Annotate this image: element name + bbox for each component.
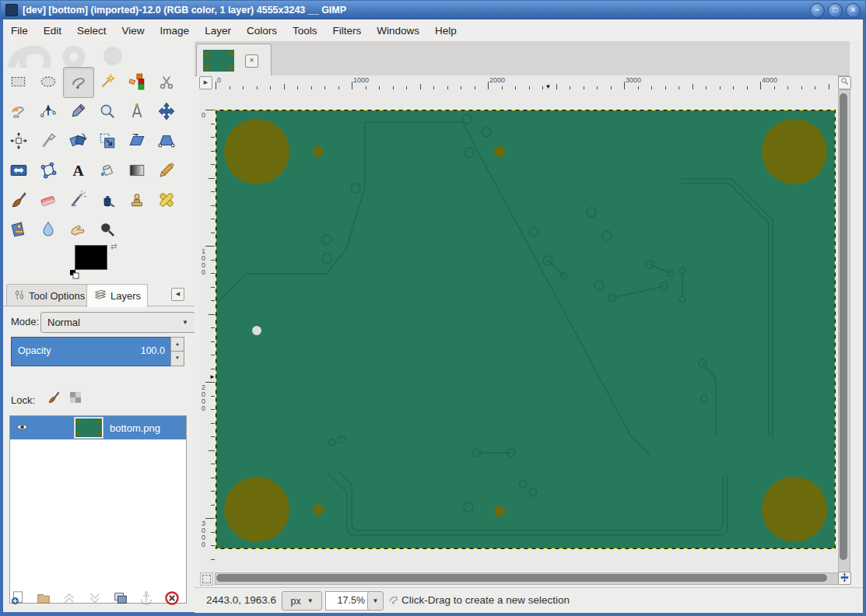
tool-alignment[interactable] bbox=[4, 126, 33, 156]
tool-zoom[interactable] bbox=[93, 96, 122, 126]
lock-alpha-icon[interactable] bbox=[70, 392, 81, 406]
close-button[interactable]: × bbox=[846, 3, 861, 18]
opacity-label: Opacity bbox=[18, 345, 51, 356]
tab-tool-options[interactable]: Tool Options bbox=[6, 284, 92, 306]
tool-airbrush[interactable] bbox=[63, 185, 93, 215]
tool-clone[interactable] bbox=[122, 185, 152, 215]
tool-rectangle-select[interactable] bbox=[4, 67, 33, 96]
tool-perspective[interactable] bbox=[152, 126, 181, 156]
tool-color-picker[interactable] bbox=[63, 96, 93, 126]
menu-image[interactable]: Image bbox=[153, 22, 198, 40]
spin-up-button[interactable]: ▲ bbox=[171, 338, 184, 351]
eye-icon[interactable] bbox=[10, 422, 33, 435]
ruler-tick bbox=[692, 84, 693, 89]
tool-select-by-color[interactable] bbox=[122, 67, 152, 96]
menu-tools[interactable]: Tools bbox=[285, 22, 325, 40]
ruler-tick bbox=[420, 84, 421, 89]
zoom-fit-toggle-button[interactable] bbox=[838, 76, 851, 89]
panel-collapse-button[interactable]: ◀ bbox=[171, 288, 184, 301]
vertical-scrollbar[interactable] bbox=[838, 89, 850, 573]
ruler-tick bbox=[488, 82, 489, 89]
menu-colors[interactable]: Colors bbox=[239, 22, 285, 40]
vertical-scrollbar-thumb[interactable] bbox=[840, 93, 847, 560]
tool-foreground-select[interactable] bbox=[4, 96, 33, 126]
menu-help[interactable]: Help bbox=[427, 22, 465, 40]
chevron-down-icon: ▼ bbox=[182, 319, 188, 326]
tool-shear[interactable] bbox=[122, 126, 152, 156]
tool-grid: A bbox=[4, 67, 181, 244]
menu-select[interactable]: Select bbox=[69, 22, 114, 40]
spin-down-button[interactable]: ▼ bbox=[171, 351, 184, 365]
duplicate-layer-button[interactable] bbox=[110, 588, 131, 608]
vertical-ruler[interactable]: 0100020003000► bbox=[199, 89, 216, 572]
zoom-level-input[interactable]: 17.5% bbox=[325, 591, 370, 611]
unit-dropdown[interactable]: px ▼ bbox=[282, 591, 322, 611]
image-tab[interactable]: × bbox=[196, 44, 272, 76]
raise-layer-button[interactable] bbox=[59, 588, 79, 608]
horizontal-scrollbar-thumb[interactable] bbox=[216, 574, 827, 582]
quick-mask-toggle[interactable] bbox=[200, 572, 213, 586]
svg-text:A: A bbox=[72, 163, 84, 179]
tool-pencil[interactable] bbox=[152, 156, 181, 185]
layer-mode-dropdown[interactable]: Normal ▼ bbox=[40, 312, 195, 333]
layer-thumbnail bbox=[74, 417, 103, 439]
new-group-button[interactable] bbox=[33, 588, 54, 608]
zoom-dropdown-button[interactable]: ▼ bbox=[367, 591, 384, 611]
layer-row[interactable]: bottom.png bbox=[10, 416, 186, 439]
tool-gradient[interactable] bbox=[122, 156, 152, 185]
menu-file[interactable]: File bbox=[3, 22, 36, 40]
tool-dodge-burn[interactable] bbox=[93, 215, 122, 244]
tool-blur-sharpen[interactable] bbox=[33, 215, 63, 244]
menu-filters[interactable]: Filters bbox=[324, 22, 369, 40]
new-layer-button[interactable] bbox=[8, 588, 28, 608]
opacity-value: 100.0 bbox=[141, 345, 165, 356]
tool-move[interactable] bbox=[152, 96, 181, 126]
tool-ellipse-select[interactable] bbox=[33, 67, 63, 96]
tool-intelligent-scissors[interactable] bbox=[152, 67, 181, 96]
menu-windows[interactable]: Windows bbox=[369, 22, 427, 40]
tool-ink[interactable] bbox=[93, 185, 122, 215]
tool-text[interactable]: A bbox=[63, 156, 93, 185]
tool-scale[interactable] bbox=[93, 126, 122, 156]
tool-rotate[interactable] bbox=[63, 126, 93, 156]
title-bar[interactable]: [dev] [bottom] (imported)-12.0 (RGB colo… bbox=[1, 1, 865, 19]
image-viewport[interactable] bbox=[215, 89, 837, 572]
horizontal-scrollbar[interactable] bbox=[215, 572, 839, 585]
ruler-menu-button[interactable]: ▶ bbox=[199, 76, 212, 89]
reset-colors-icon[interactable] bbox=[70, 268, 79, 282]
tab-layers[interactable]: Layers bbox=[86, 284, 148, 307]
h-ruler-label: 4000 bbox=[762, 76, 777, 84]
tool-fuzzy-select[interactable] bbox=[93, 67, 122, 96]
lock-pixels-icon[interactable] bbox=[47, 390, 61, 408]
delete-layer-button[interactable] bbox=[162, 588, 182, 608]
menu-edit[interactable]: Edit bbox=[36, 22, 69, 40]
menu-layer[interactable]: Layer bbox=[197, 22, 239, 40]
tool-perspective-clone[interactable] bbox=[4, 215, 33, 244]
maximize-button[interactable]: □ bbox=[828, 3, 843, 18]
tool-heal[interactable] bbox=[152, 185, 181, 215]
tool-paintbrush[interactable] bbox=[4, 185, 33, 215]
horizontal-ruler[interactable]: 01000200030004000▼ bbox=[215, 75, 837, 90]
tool-crop[interactable] bbox=[33, 126, 63, 156]
tab-close-icon[interactable]: × bbox=[245, 54, 258, 68]
lower-layer-button[interactable] bbox=[85, 588, 105, 608]
minimize-button[interactable]: − bbox=[810, 3, 825, 18]
tool-bucket-fill[interactable] bbox=[93, 156, 122, 185]
tool-cage-transform[interactable] bbox=[33, 156, 63, 185]
foreground-color-swatch[interactable] bbox=[75, 245, 107, 270]
tool-paths[interactable] bbox=[33, 96, 63, 126]
anchor-layer-button[interactable] bbox=[136, 588, 156, 608]
tool-smudge[interactable] bbox=[63, 215, 93, 244]
tool-free-select[interactable] bbox=[63, 67, 94, 98]
tool-flip[interactable] bbox=[4, 156, 33, 185]
ruler-tick bbox=[209, 450, 215, 451]
swap-colors-icon[interactable]: ⇄ bbox=[110, 242, 117, 250]
pcb-canvas[interactable] bbox=[216, 110, 836, 549]
tool-measure[interactable] bbox=[122, 96, 152, 126]
layers-dialog: Mode: Normal ▼ Opacity 100.0 ▲ ▼ Lock: bbox=[3, 306, 195, 612]
tool-eraser[interactable] bbox=[33, 185, 63, 215]
opacity-slider[interactable]: Opacity 100.0 bbox=[11, 337, 172, 366]
menu-view[interactable]: View bbox=[114, 22, 153, 40]
tool-options-icon bbox=[13, 289, 26, 303]
navigation-button[interactable] bbox=[838, 572, 851, 585]
